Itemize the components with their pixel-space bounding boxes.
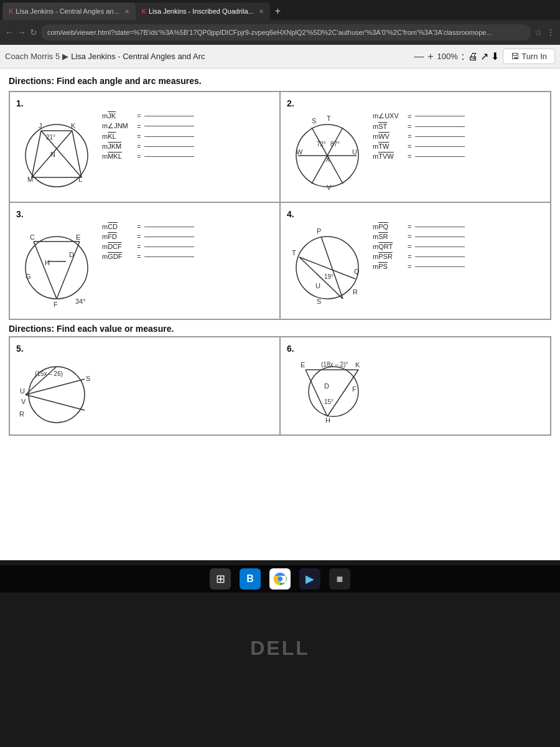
page-title: Lisa Jenkins - Central Angles and Arc (71, 52, 205, 61)
taskbar-icon-b[interactable]: B (240, 568, 261, 590)
tab-bar: K Lisa Jenkins - Central Angles an... ✕ … (0, 0, 560, 20)
svg-text:U: U (20, 387, 25, 395)
svg-text:U: U (352, 148, 357, 156)
problem-5-number: 5. (16, 344, 273, 354)
taskbar-icon-windows[interactable]: ⊞ (210, 568, 231, 590)
svg-text:D: D (69, 251, 74, 258)
svg-line-40 (299, 257, 343, 299)
svg-text:(15x – 26): (15x – 26) (35, 370, 63, 377)
breadcrumb-label[interactable]: Coach Morris 5 (5, 52, 60, 61)
menu-icon[interactable]: ⋮ (546, 27, 555, 37)
svg-text:K: K (71, 122, 76, 129)
problem-1-number: 1. (16, 98, 273, 108)
problem-4-number: 4. (287, 209, 544, 219)
problem-4-diagram: 19° P Q R U T S (287, 223, 368, 312)
svg-text:S: S (312, 117, 316, 125)
svg-text:34°: 34° (75, 298, 86, 305)
tab-1[interactable]: K Lisa Jenkins - Central Angles an... ✕ (2, 2, 136, 20)
zoom-value: 100% (437, 52, 458, 61)
svg-text:J: J (39, 122, 42, 129)
directions-header-2: Directions: Find each value or measure. (9, 324, 551, 334)
zoom-plus-button[interactable]: + (427, 51, 433, 62)
svg-text:Q: Q (354, 268, 360, 275)
problem-6: 6. (18x – 2)° 15° K E H D F (280, 337, 551, 435)
svg-text:E: E (76, 233, 80, 241)
bookmark-icon[interactable]: ☆ (534, 27, 543, 37)
svg-text:N: N (50, 151, 55, 158)
problem-1: 1. 21° J (9, 92, 280, 202)
reload-icon[interactable]: ↻ (30, 27, 37, 37)
problem-4: 4. 19° P Q R U (280, 202, 551, 319)
share-icon[interactable]: ↗ (480, 50, 488, 62)
tab-icon-1: K (9, 7, 13, 15)
svg-line-60 (327, 370, 358, 416)
forward-icon[interactable]: → (17, 27, 26, 37)
svg-text:S: S (317, 298, 321, 305)
toolbar-colon: : (462, 51, 464, 62)
svg-point-25 (26, 237, 88, 299)
problem-2-number: 2. (287, 98, 544, 108)
problem-3-diagram: C D H G F E 34° (16, 223, 97, 312)
problem-6-diagram: (18x – 2)° 15° K E H D F (287, 357, 368, 428)
svg-text:R: R (353, 288, 358, 296)
taskbar-icon-chrome[interactable] (269, 568, 291, 590)
svg-text:T: T (292, 249, 296, 256)
svg-line-27 (57, 242, 80, 299)
svg-line-26 (34, 242, 57, 299)
taskbar-icon-stop[interactable]: ■ (329, 568, 350, 590)
problem-3-measures: mCD = mFD = mDCF = mGDF (102, 223, 194, 260)
problem-2: 2. 72° 87° S T U (280, 92, 551, 202)
tab-2[interactable]: K Lisa Jenkins - Inscribed Quadrila... ✕ (136, 2, 270, 20)
download-icon[interactable]: ⬇ (491, 50, 499, 62)
zoom-minus-button[interactable]: — (414, 51, 424, 62)
svg-text:W: W (296, 148, 303, 156)
svg-text:(18x – 2)°: (18x – 2)° (321, 361, 348, 368)
problem-3: 3. C D H G F (9, 202, 280, 319)
print-icon[interactable]: 🖨 (468, 51, 478, 62)
problem-1-diagram: 21° J K N M L (16, 112, 97, 195)
tab-label-2: Lisa Jenkins - Inscribed Quadrila... (149, 7, 254, 15)
tab-close-1[interactable]: ✕ (124, 8, 129, 15)
problem-5: 5. (15x – 26) U V R S (9, 337, 280, 435)
svg-text:S: S (86, 375, 90, 382)
svg-text:F: F (54, 301, 58, 308)
taskbar-icon-play[interactable]: ▶ (299, 568, 320, 590)
problem-5-diagram: (15x – 26) U V R S (16, 357, 97, 428)
svg-text:C: C (30, 233, 35, 241)
svg-line-3 (32, 131, 41, 177)
svg-point-69 (278, 576, 282, 581)
svg-text:P: P (317, 227, 321, 235)
back-icon[interactable]: ← (5, 27, 14, 37)
svg-text:R: R (19, 410, 24, 418)
svg-text:U: U (315, 282, 320, 289)
svg-text:H: H (45, 259, 50, 266)
address-input[interactable] (41, 24, 531, 40)
tab-label-1: Lisa Jenkins - Central Angles an... (16, 7, 119, 15)
svg-text:K: K (355, 361, 360, 369)
turn-in-button[interactable]: 🖫 Turn In (503, 49, 555, 64)
app-toolbar: Coach Morris 5 ▶ Lisa Jenkins - Central … (0, 45, 560, 68)
svg-text:M: M (27, 176, 33, 183)
problem-3-number: 3. (16, 209, 273, 219)
svg-text:F: F (352, 385, 357, 393)
svg-text:D: D (324, 382, 329, 390)
svg-text:V: V (21, 398, 26, 405)
svg-text:V: V (327, 184, 332, 191)
problems-grid: 1. 21° J (9, 91, 551, 320)
svg-text:19°: 19° (324, 273, 334, 280)
problem-1-measures: mJK = m∠JNM = mKL = mJK (102, 112, 194, 160)
tab-close-2[interactable]: ✕ (259, 8, 264, 15)
svg-text:87°: 87° (330, 141, 340, 148)
svg-line-39 (321, 237, 343, 299)
value-problems-grid: 5. (15x – 26) U V R S (9, 336, 551, 436)
browser-chrome: K Lisa Jenkins - Central Angles an... ✕ … (0, 0, 560, 45)
dell-logo: DELL (250, 637, 310, 660)
svg-text:72°: 72° (317, 141, 326, 148)
svg-text:21°: 21° (46, 134, 55, 141)
breadcrumb-arrow: ▶ (62, 52, 68, 61)
worksheet-content: Directions: Find each angle and arc meas… (0, 68, 560, 560)
svg-text:G: G (26, 273, 31, 280)
turn-in-icon: 🖫 (511, 52, 519, 61)
new-tab-button[interactable]: + (270, 6, 286, 17)
tab-icon-2: K (142, 7, 146, 15)
